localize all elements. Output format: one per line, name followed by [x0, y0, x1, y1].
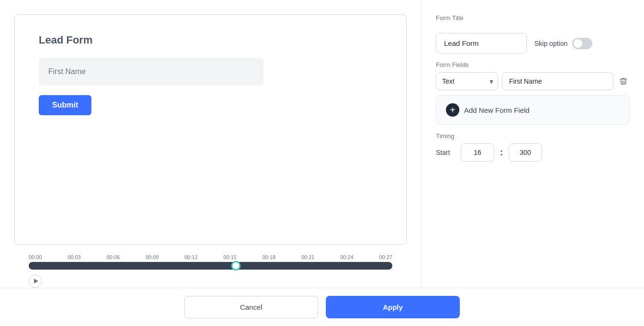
- timestamp-4: 00:12: [185, 254, 198, 260]
- form-preview-submit-button[interactable]: Submit: [39, 95, 91, 115]
- form-fields-label: Form Fields: [436, 61, 630, 68]
- form-preview-input[interactable]: [39, 58, 264, 86]
- play-icon: [34, 279, 38, 283]
- skip-option-container: Skip option: [534, 38, 592, 49]
- skip-option-toggle[interactable]: [572, 38, 592, 49]
- settings-panel: Form Title Skip option Form Fields Text …: [422, 0, 644, 288]
- timestamp-8: 00:24: [340, 254, 354, 260]
- timeline-track[interactable]: [29, 262, 392, 270]
- form-fields-section: Form Fields Text Email Phone Number ▾: [436, 61, 630, 125]
- timeline-play-button[interactable]: [29, 274, 42, 288]
- toggle-slider: [572, 38, 592, 49]
- timestamp-5: 00:15: [223, 254, 237, 260]
- timestamp-6: 00:18: [262, 254, 276, 260]
- cancel-button[interactable]: Cancel: [184, 296, 318, 318]
- timestamp-9: 00:27: [379, 254, 392, 260]
- add-field-icon: +: [446, 103, 459, 117]
- form-title-row: Skip option: [436, 33, 630, 54]
- timestamp-2: 00:06: [107, 254, 120, 260]
- timestamp-3: 00:09: [145, 254, 159, 260]
- add-field-label: Add New Form Field: [464, 106, 530, 114]
- start-milliseconds-input[interactable]: [509, 143, 542, 162]
- timeline-section: 00:00 00:03 00:06 00:09 00:12 00:15 00:1…: [14, 254, 407, 288]
- timing-section: Timing Start :: [436, 132, 630, 162]
- field-type-wrapper: Text Email Phone Number ▾: [436, 72, 498, 90]
- apply-button[interactable]: Apply: [326, 296, 460, 318]
- footer: Cancel Apply: [0, 288, 644, 326]
- start-label: Start: [436, 149, 455, 156]
- field-type-select[interactable]: Text Email Phone Number: [436, 72, 498, 90]
- timing-label: Timing: [436, 132, 630, 140]
- field-row: Text Email Phone Number ▾: [436, 72, 630, 90]
- add-field-button[interactable]: + Add New Form Field: [436, 95, 630, 125]
- timing-colon: :: [500, 148, 503, 158]
- timestamp-7: 00:21: [301, 254, 315, 260]
- timestamp-0: 00:00: [29, 254, 42, 260]
- start-seconds-input[interactable]: [461, 143, 494, 162]
- form-title-label: Form Title: [436, 14, 630, 22]
- skip-option-label: Skip option: [534, 40, 567, 47]
- delete-field-button[interactable]: [617, 75, 630, 87]
- preview-panel: Lead Form Submit 00:00 00:03 00:06 00:09…: [0, 0, 422, 288]
- field-name-input[interactable]: [502, 72, 613, 90]
- timeline-timestamps: 00:00 00:03 00:06 00:09 00:12 00:15 00:1…: [29, 254, 392, 262]
- form-title-input[interactable]: [436, 33, 527, 54]
- trash-icon: [619, 77, 628, 86]
- timing-row: Start :: [436, 143, 630, 162]
- form-preview-title: Lead Form: [39, 34, 382, 46]
- form-preview: Lead Form Submit: [14, 14, 407, 245]
- timestamp-1: 00:03: [67, 254, 81, 260]
- timeline-thumb[interactable]: [231, 261, 241, 271]
